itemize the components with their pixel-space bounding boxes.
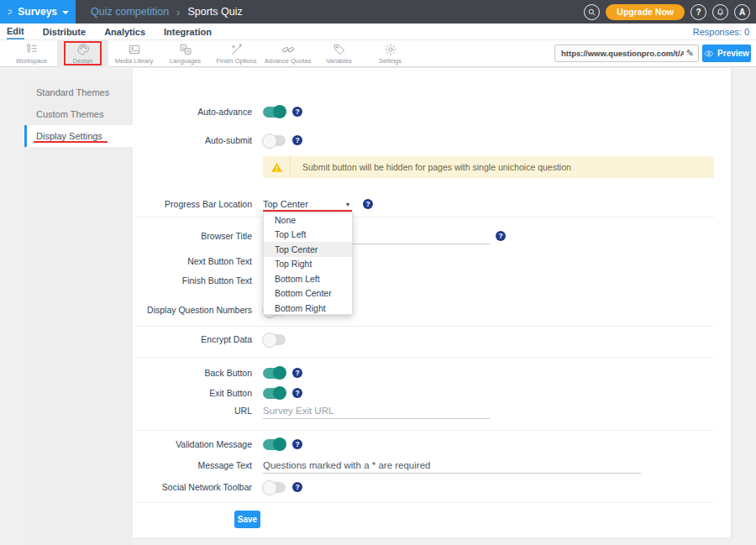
toolbar-item-settings[interactable]: Settings [365,40,416,67]
notifications-bell-icon[interactable] [712,4,728,20]
help-icon[interactable]: ? [496,231,506,241]
questionpro-logo-icon [7,6,13,18]
row-encrypt-data: Encrypt Data [133,328,286,351]
sidebar-item-custom-themes[interactable]: Custom Themes [24,103,133,125]
help-icon[interactable]: ? [292,107,302,117]
responses-count[interactable]: Responses: 0 [693,27,749,37]
message-text-input[interactable] [263,457,641,474]
tab-distribute[interactable]: Distribute [43,24,86,39]
toolbar-item-design[interactable]: Design [57,40,108,67]
breadcrumb-survey-name: Sports Quiz [187,6,242,18]
toolbar-item-media-library[interactable]: Media Library [108,40,160,67]
progress-bar-annotation-underline [263,210,352,212]
help-icon[interactable]: ? [292,368,302,378]
help-icon[interactable]: ? [292,388,302,398]
finish-options-wand-icon [230,43,244,56]
progress-bar-location-dropdown: None Top Left Top Center Top Right Botto… [263,212,353,315]
media-library-icon [128,43,141,56]
divider [134,217,714,217]
toolbar-item-variables[interactable]: Variables [313,40,365,67]
toolbar-item-languages[interactable]: a A Languages [160,40,211,67]
top-app-bar: Surveys Quiz competition › Sports Quiz U… [0,0,756,24]
topbar-actions: Upgrade Now ? A [584,0,750,24]
validation-message-toggle[interactable] [263,439,286,450]
help-icon[interactable]: ? [292,439,302,449]
row-auto-advance: Auto-advance ? [133,100,302,123]
design-sidebar: Standard Themes Custom Themes Display Se… [24,81,133,545]
survey-section-nav: Edit Distribute Analytics Integration Re… [0,24,756,40]
languages-icon: a A [179,43,192,56]
edit-url-pencil-icon[interactable]: ✎ [686,48,694,59]
select-caret-icon: ▾ [346,201,349,208]
upgrade-now-button[interactable]: Upgrade Now [606,4,685,20]
dropdown-option-top-right[interactable]: Top Right [264,257,352,272]
edit-toolbar: Workspace Design Media Library a A Langu… [0,40,756,67]
dropdown-option-bottom-right[interactable]: Bottom Right [264,301,352,316]
dropdown-option-none[interactable]: None [264,212,352,228]
display-settings-annotation-underline [34,141,108,143]
preview-button[interactable]: Preview [702,45,751,62]
breadcrumb: Quiz competition › Sports Quiz [91,6,243,18]
sidebar-item-display-settings[interactable]: Display Settings [24,125,133,147]
help-icon[interactable]: ? [292,482,302,492]
product-label: Surveys [18,6,57,18]
exit-button-toggle[interactable] [263,388,286,399]
divider [134,502,714,503]
dropdown-option-top-center[interactable]: Top Center [264,242,352,257]
row-message-text: Message Text [133,453,641,477]
toolbar-item-finish-options[interactable]: Finish Options [211,40,262,67]
advance-quotas-chain-icon [281,43,295,56]
account-avatar[interactable]: A [734,4,750,20]
svg-text:A: A [186,49,189,54]
search-icon[interactable] [584,4,600,20]
back-button-toggle[interactable] [263,368,286,379]
tab-analytics[interactable]: Analytics [104,24,145,39]
row-exit-url: URL [133,399,490,422]
warning-triangle-icon [263,156,291,178]
dropdown-option-top-left[interactable]: Top Left [264,228,352,243]
dropdown-option-bottom-left[interactable]: Bottom Left [264,271,352,286]
auto-submit-toggle[interactable] [263,135,286,146]
design-palette-icon [76,43,90,56]
progress-bar-location-select[interactable]: Top Center ▾ [263,199,353,209]
warning-text: Submit button will be hidden for pages w… [302,162,571,172]
breadcrumb-separator-icon: › [176,6,180,18]
svg-text:a: a [181,45,184,50]
encrypt-data-toggle[interactable] [263,334,286,345]
row-auto-submit: Auto-submit ? [133,128,302,152]
row-validation-message: Validation Message ? [133,432,302,456]
eye-icon [704,49,714,59]
tab-integration[interactable]: Integration [164,24,212,39]
sidebar-item-standard-themes[interactable]: Standard Themes [24,81,133,103]
row-social-network-toolbar: Social Network Toolbar ? [133,475,302,499]
auto-advance-toggle[interactable] [263,107,286,118]
surveys-product-menu[interactable]: Surveys [0,0,76,24]
chevron-down-icon [62,11,69,14]
dropdown-option-bottom-center[interactable]: Bottom Center [264,286,352,301]
help-icon[interactable]: ? [363,199,373,209]
display-settings-panel: Auto-advance ? Auto-submit ? Submit butt… [133,68,731,537]
toolbar-item-advance-quotas[interactable]: Advance Quotas [262,40,313,67]
variables-tag-icon [333,43,346,56]
submit-hidden-warning: Submit button will be hidden for pages w… [263,156,714,178]
social-network-toolbar-toggle[interactable] [263,482,286,493]
workspace-icon [25,43,39,56]
divider [134,326,714,327]
divider [134,430,714,431]
breadcrumb-folder[interactable]: Quiz competition [91,6,169,18]
exit-url-input[interactable] [263,402,490,419]
save-button[interactable]: Save [234,511,260,528]
help-icon[interactable]: ? [690,4,706,20]
tab-edit[interactable]: Edit [7,24,24,39]
divider [134,357,714,358]
help-icon[interactable]: ? [292,135,302,145]
settings-gear-icon [384,43,397,56]
survey-url-box: ✎ [554,45,699,62]
toolbar-item-workspace[interactable]: Workspace [6,40,57,67]
survey-url-input[interactable] [561,49,684,58]
